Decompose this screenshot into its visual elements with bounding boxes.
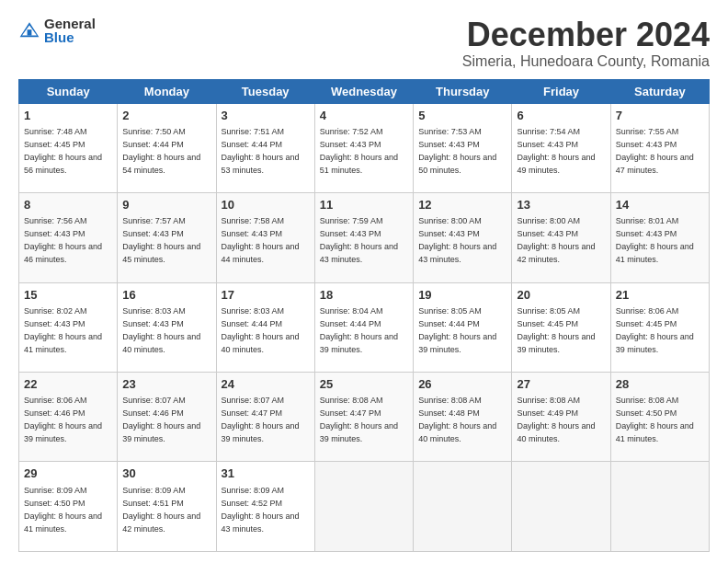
table-row: 25Sunrise: 8:08 AMSunset: 4:47 PMDayligh… <box>314 373 413 462</box>
table-row: 15Sunrise: 8:02 AMSunset: 4:43 PMDayligh… <box>19 282 118 372</box>
day-info: Sunrise: 7:56 AMSunset: 4:43 PMDaylight:… <box>24 216 102 264</box>
day-number: 26 <box>418 376 506 393</box>
table-row: 16Sunrise: 8:03 AMSunset: 4:43 PMDayligh… <box>118 282 216 372</box>
table-row: 28Sunrise: 8:08 AMSunset: 4:50 PMDayligh… <box>610 373 709 462</box>
table-row: 21Sunrise: 8:06 AMSunset: 4:45 PMDayligh… <box>610 282 709 372</box>
day-number: 10 <box>222 197 310 213</box>
day-info: Sunrise: 8:01 AMSunset: 4:43 PMDaylight:… <box>616 216 694 264</box>
title-block: December 2024 Simeria, Hunedoara County,… <box>462 17 710 70</box>
page: General Blue December 2024 Simeria, Hune… <box>0 0 728 563</box>
table-row: 4Sunrise: 7:52 AMSunset: 4:43 PMDaylight… <box>314 103 413 192</box>
calendar-location: Simeria, Hunedoara County, Romania <box>462 53 710 70</box>
table-row <box>414 462 512 552</box>
table-row: 14Sunrise: 8:01 AMSunset: 4:43 PMDayligh… <box>610 193 709 282</box>
day-info: Sunrise: 8:00 AMSunset: 4:43 PMDaylight:… <box>418 216 496 264</box>
table-row: 2Sunrise: 7:50 AMSunset: 4:44 PMDaylight… <box>118 103 216 192</box>
day-info: Sunrise: 8:04 AMSunset: 4:44 PMDaylight:… <box>320 306 398 354</box>
day-number: 25 <box>320 376 408 393</box>
day-info: Sunrise: 7:53 AMSunset: 4:43 PMDaylight:… <box>418 127 496 175</box>
day-info: Sunrise: 7:59 AMSunset: 4:43 PMDaylight:… <box>320 216 398 264</box>
day-number: 27 <box>517 376 605 393</box>
calendar-week-row: 22Sunrise: 8:06 AMSunset: 4:46 PMDayligh… <box>19 373 710 462</box>
day-info: Sunrise: 7:58 AMSunset: 4:43 PMDaylight:… <box>222 216 300 264</box>
day-info: Sunrise: 8:07 AMSunset: 4:46 PMDaylight:… <box>122 396 200 443</box>
day-info: Sunrise: 8:09 AMSunset: 4:51 PMDaylight:… <box>122 486 200 534</box>
header: General Blue December 2024 Simeria, Hune… <box>18 17 710 70</box>
day-number: 9 <box>122 197 210 213</box>
calendar-week-row: 29Sunrise: 8:09 AMSunset: 4:50 PMDayligh… <box>19 462 710 552</box>
calendar-header-row: Sunday Monday Tuesday Wednesday Thursday… <box>19 79 710 103</box>
table-row: 5Sunrise: 7:53 AMSunset: 4:43 PMDaylight… <box>414 103 512 192</box>
table-row: 1Sunrise: 7:48 AMSunset: 4:45 PMDaylight… <box>19 103 118 192</box>
day-info: Sunrise: 8:08 AMSunset: 4:50 PMDaylight:… <box>616 396 694 443</box>
logo-text: General Blue <box>44 17 96 44</box>
table-row <box>512 462 610 552</box>
day-info: Sunrise: 8:08 AMSunset: 4:47 PMDaylight:… <box>320 396 398 443</box>
calendar-week-row: 8Sunrise: 7:56 AMSunset: 4:43 PMDaylight… <box>19 193 710 282</box>
table-row: 10Sunrise: 7:58 AMSunset: 4:43 PMDayligh… <box>216 193 314 282</box>
table-row: 18Sunrise: 8:04 AMSunset: 4:44 PMDayligh… <box>314 282 413 372</box>
day-number: 13 <box>517 197 605 213</box>
day-info: Sunrise: 7:54 AMSunset: 4:43 PMDaylight:… <box>517 127 595 175</box>
day-number: 8 <box>24 197 112 213</box>
day-number: 7 <box>616 108 704 124</box>
table-row: 29Sunrise: 8:09 AMSunset: 4:50 PMDayligh… <box>19 462 118 552</box>
day-number: 2 <box>122 108 210 124</box>
day-number: 21 <box>616 287 704 304</box>
day-number: 20 <box>517 287 605 304</box>
day-info: Sunrise: 8:06 AMSunset: 4:45 PMDaylight:… <box>616 306 694 354</box>
day-info: Sunrise: 8:09 AMSunset: 4:50 PMDaylight:… <box>24 486 102 534</box>
day-number: 16 <box>122 287 210 304</box>
table-row: 24Sunrise: 8:07 AMSunset: 4:47 PMDayligh… <box>216 373 314 462</box>
day-number: 11 <box>320 197 408 213</box>
table-row: 12Sunrise: 8:00 AMSunset: 4:43 PMDayligh… <box>414 193 512 282</box>
day-info: Sunrise: 8:09 AMSunset: 4:52 PMDaylight:… <box>222 486 300 534</box>
day-info: Sunrise: 7:55 AMSunset: 4:43 PMDaylight:… <box>616 127 694 175</box>
table-row: 30Sunrise: 8:09 AMSunset: 4:51 PMDayligh… <box>118 462 216 552</box>
table-row: 6Sunrise: 7:54 AMSunset: 4:43 PMDaylight… <box>512 103 610 192</box>
logo-icon <box>18 19 40 41</box>
table-row <box>314 462 413 552</box>
day-number: 12 <box>418 197 506 213</box>
day-number: 6 <box>517 108 605 124</box>
table-row: 26Sunrise: 8:08 AMSunset: 4:48 PMDayligh… <box>414 373 512 462</box>
day-number: 22 <box>24 376 112 393</box>
col-wednesday: Wednesday <box>314 79 413 103</box>
day-number: 28 <box>616 376 704 393</box>
col-friday: Friday <box>512 79 610 103</box>
calendar-week-row: 15Sunrise: 8:02 AMSunset: 4:43 PMDayligh… <box>19 282 710 372</box>
day-number: 31 <box>222 465 310 482</box>
day-number: 30 <box>122 465 210 482</box>
table-row: 17Sunrise: 8:03 AMSunset: 4:44 PMDayligh… <box>216 282 314 372</box>
day-number: 19 <box>418 287 506 304</box>
table-row: 13Sunrise: 8:00 AMSunset: 4:43 PMDayligh… <box>512 193 610 282</box>
day-number: 3 <box>222 108 310 124</box>
day-number: 1 <box>24 108 112 124</box>
table-row: 20Sunrise: 8:05 AMSunset: 4:45 PMDayligh… <box>512 282 610 372</box>
table-row: 3Sunrise: 7:51 AMSunset: 4:44 PMDaylight… <box>216 103 314 192</box>
table-row: 23Sunrise: 8:07 AMSunset: 4:46 PMDayligh… <box>118 373 216 462</box>
table-row: 8Sunrise: 7:56 AMSunset: 4:43 PMDaylight… <box>19 193 118 282</box>
table-row: 27Sunrise: 8:08 AMSunset: 4:49 PMDayligh… <box>512 373 610 462</box>
day-number: 24 <box>222 376 310 393</box>
day-info: Sunrise: 8:03 AMSunset: 4:43 PMDaylight:… <box>122 306 200 354</box>
day-number: 18 <box>320 287 408 304</box>
col-monday: Monday <box>118 79 216 103</box>
table-row: 22Sunrise: 8:06 AMSunset: 4:46 PMDayligh… <box>19 373 118 462</box>
logo-general-text: General <box>44 17 96 30</box>
table-row: 11Sunrise: 7:59 AMSunset: 4:43 PMDayligh… <box>314 193 413 282</box>
table-row: 19Sunrise: 8:05 AMSunset: 4:44 PMDayligh… <box>414 282 512 372</box>
day-number: 29 <box>24 465 112 482</box>
day-info: Sunrise: 7:57 AMSunset: 4:43 PMDaylight:… <box>122 216 200 264</box>
day-number: 5 <box>418 108 506 124</box>
day-number: 23 <box>122 376 210 393</box>
day-info: Sunrise: 7:48 AMSunset: 4:45 PMDaylight:… <box>24 127 102 175</box>
day-info: Sunrise: 8:03 AMSunset: 4:44 PMDaylight:… <box>222 306 300 354</box>
col-tuesday: Tuesday <box>216 79 314 103</box>
logo: General Blue <box>18 17 96 44</box>
table-row: 9Sunrise: 7:57 AMSunset: 4:43 PMDaylight… <box>118 193 216 282</box>
table-row: 7Sunrise: 7:55 AMSunset: 4:43 PMDaylight… <box>610 103 709 192</box>
day-info: Sunrise: 8:05 AMSunset: 4:44 PMDaylight:… <box>418 306 496 354</box>
day-info: Sunrise: 8:07 AMSunset: 4:47 PMDaylight:… <box>222 396 300 443</box>
col-saturday: Saturday <box>610 79 709 103</box>
